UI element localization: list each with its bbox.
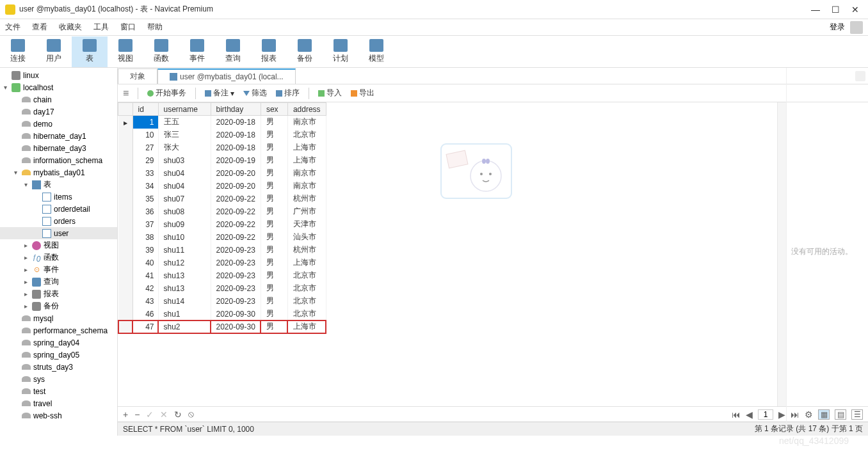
cell-id[interactable]: 10	[133, 129, 158, 141]
cell-sex[interactable]: 男	[261, 282, 287, 295]
cell-id[interactable]: 43	[133, 295, 158, 308]
table-row[interactable]: 46 shu1 2020-09-30 男 北京市	[118, 308, 326, 320]
table-row[interactable]: 33 shu04 2020-09-20 男 南京市	[118, 167, 326, 180]
tree-item-information_schema[interactable]: information_schema	[0, 154, 117, 166]
begin-tx-button[interactable]: 开始事务	[147, 88, 186, 99]
cell-birthday[interactable]: 2020-09-19	[211, 154, 261, 167]
cell-username[interactable]: shu07	[158, 193, 211, 205]
cell-id[interactable]: 36	[133, 205, 158, 218]
tree-item-mybatis_day01[interactable]: ▾mybatis_day01	[0, 166, 117, 178]
filter-button[interactable]: 筛选	[243, 88, 267, 99]
cell-birthday[interactable]: 2020-09-23	[211, 244, 261, 257]
cell-id[interactable]: 41	[133, 269, 158, 282]
cell-address[interactable]: 汕头市	[287, 231, 326, 244]
table-row[interactable]: 10 张三 2020-09-18 男 北京市	[118, 129, 326, 141]
table-row[interactable]: 34 shu04 2020-09-20 男 南京市	[118, 180, 326, 193]
tree-item-查询[interactable]: ▸查询	[0, 276, 117, 288]
cell-id[interactable]: 39	[133, 244, 158, 257]
cell-id[interactable]: 27	[133, 141, 158, 154]
cell-username[interactable]: shu10	[158, 231, 211, 244]
cell-address[interactable]: 上海市	[287, 141, 326, 154]
cell-sex[interactable]: 男	[261, 244, 287, 257]
commit-button[interactable]: ✓	[146, 409, 154, 420]
tree-item-视图[interactable]: ▸视图	[0, 239, 117, 251]
cell-birthday[interactable]: 2020-09-22	[211, 231, 261, 244]
cell-sex[interactable]: 男	[261, 193, 287, 205]
cell-address[interactable]: 南京市	[287, 180, 326, 193]
page-input[interactable]	[758, 409, 773, 420]
cell-id[interactable]: 29	[133, 154, 158, 167]
table-row[interactable]: 37 shu09 2020-09-22 男 天津市	[118, 218, 326, 231]
column-header-username[interactable]: username	[158, 103, 211, 116]
cell-id[interactable]: 46	[133, 308, 158, 320]
cell-id[interactable]: 42	[133, 282, 158, 295]
toolbar-模型[interactable]: 模型	[358, 36, 394, 67]
cell-birthday[interactable]: 2020-09-22	[211, 193, 261, 205]
tree-item-hibernate_day1[interactable]: hibernate_day1	[0, 130, 117, 142]
cell-sex[interactable]: 男	[261, 231, 287, 244]
cell-username[interactable]: 张大	[158, 141, 211, 154]
tree-item-items[interactable]: items	[0, 191, 117, 203]
cell-address[interactable]: 天津市	[287, 218, 326, 231]
login-link[interactable]: 登录	[830, 22, 845, 33]
memo-button[interactable]: 备注 ▾	[205, 88, 234, 99]
cell-sex[interactable]: 男	[261, 308, 287, 320]
tree-item-orders[interactable]: orders	[0, 215, 117, 227]
column-header-address[interactable]: address	[287, 103, 326, 116]
first-page-button[interactable]: ⏮	[732, 409, 741, 420]
next-page-button[interactable]: ▶	[778, 409, 785, 420]
cell-address[interactable]: 北京市	[287, 269, 326, 282]
cell-username[interactable]: 张三	[158, 129, 211, 141]
cell-birthday[interactable]: 2020-09-23	[211, 257, 261, 269]
tree-item-函数[interactable]: ▸ƒ0函数	[0, 251, 117, 264]
sort-button[interactable]: 排序	[276, 88, 300, 99]
cell-address[interactable]: 杭州市	[287, 244, 326, 257]
cell-id[interactable]: 1	[133, 116, 158, 129]
tree-item-orderdetail[interactable]: orderdetail	[0, 203, 117, 215]
cell-id[interactable]: 34	[133, 180, 158, 193]
toolbar-报表[interactable]: 报表	[251, 36, 287, 67]
cell-sex[interactable]: 男	[261, 167, 287, 180]
cell-username[interactable]: shu1	[158, 308, 211, 320]
maximize-button[interactable]: ☐	[832, 4, 840, 15]
cancel-button[interactable]: ✕	[160, 409, 168, 420]
nav-tree[interactable]: linux▾localhostchainday17demohibernate_d…	[0, 68, 118, 436]
tree-item-linux[interactable]: linux	[0, 69, 117, 81]
add-row-button[interactable]: +	[123, 409, 128, 420]
table-row[interactable]: 27 张大 2020-09-18 男 上海市	[118, 141, 326, 154]
cell-address[interactable]: 上海市	[287, 257, 326, 269]
cell-id[interactable]: 38	[133, 231, 158, 244]
column-header-birthday[interactable]: birthday	[211, 103, 261, 116]
tab-info-icon[interactable]	[855, 71, 865, 81]
tree-item-sys[interactable]: sys	[0, 373, 117, 385]
cell-sex[interactable]: 男	[261, 129, 287, 141]
cell-sex[interactable]: 男	[261, 218, 287, 231]
close-button[interactable]: ✕	[851, 4, 859, 15]
cell-username[interactable]: shu04	[158, 180, 211, 193]
table-row[interactable]: 43 shu14 2020-09-23 男 北京市	[118, 295, 326, 308]
cell-birthday[interactable]: 2020-09-22	[211, 205, 261, 218]
tree-item-报表[interactable]: ▸报表	[0, 288, 117, 300]
cell-address[interactable]: 广州市	[287, 205, 326, 218]
tree-item-localhost[interactable]: ▾localhost	[0, 81, 117, 93]
table-row[interactable]: 38 shu10 2020-09-22 男 汕头市	[118, 231, 326, 244]
tree-item-test[interactable]: test	[0, 385, 117, 397]
cell-address[interactable]: 上海市	[287, 320, 326, 333]
cell-address[interactable]: 北京市	[287, 295, 326, 308]
column-header-sex[interactable]: sex	[261, 103, 287, 116]
tree-item-事件[interactable]: ▸⊙事件	[0, 264, 117, 276]
tree-item-web-ssh[interactable]: web-ssh	[0, 409, 117, 422]
menu-view[interactable]: 查看	[32, 22, 47, 33]
tree-item-spring_day05[interactable]: spring_day05	[0, 349, 117, 361]
cell-id[interactable]: 35	[133, 193, 158, 205]
toolbar-表[interactable]: 表	[72, 36, 108, 67]
column-header-id[interactable]: id	[133, 103, 158, 116]
menu-tools[interactable]: 工具	[93, 22, 109, 33]
tree-item-mysql[interactable]: mysql	[0, 312, 117, 324]
toolbar-视图[interactable]: 视图	[108, 36, 143, 67]
cell-username[interactable]: shu09	[158, 218, 211, 231]
toolbar-用户[interactable]: 用户	[36, 36, 72, 67]
toolbar-函数[interactable]: 函数	[143, 36, 179, 67]
cell-username[interactable]: 王五	[158, 116, 211, 129]
table-row[interactable]: 41 shu13 2020-09-23 男 北京市	[118, 269, 326, 282]
